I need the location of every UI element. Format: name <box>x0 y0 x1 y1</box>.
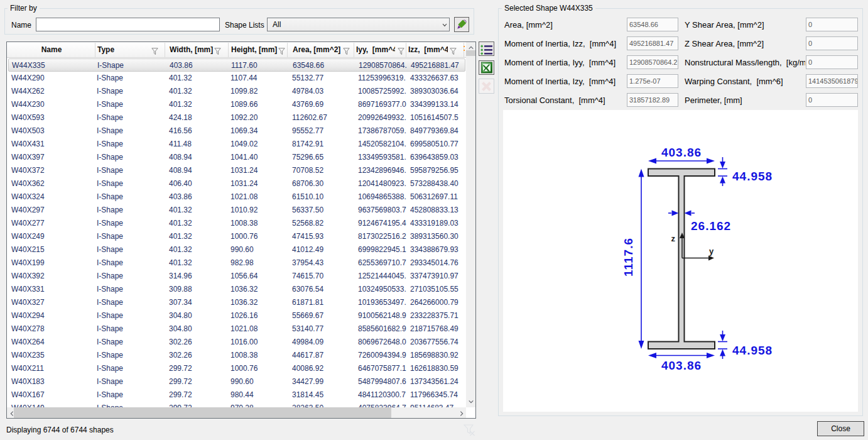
svg-text:44.958: 44.958 <box>732 170 773 183</box>
svg-text:403.86: 403.86 <box>661 359 702 372</box>
svg-text:y: y <box>709 246 714 256</box>
svg-text:26.162: 26.162 <box>691 219 731 233</box>
svg-text:z: z <box>671 234 676 243</box>
svg-text:44.958: 44.958 <box>732 344 773 357</box>
svg-text:403.86: 403.86 <box>661 146 702 159</box>
svg-text:1117.6: 1117.6 <box>622 238 635 277</box>
